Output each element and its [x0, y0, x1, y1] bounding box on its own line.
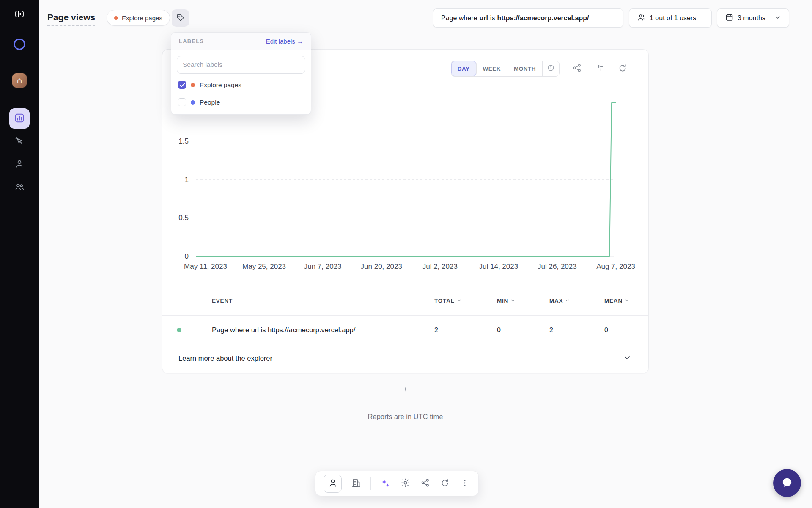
- refresh-button[interactable]: [439, 478, 450, 489]
- page-title: Page views: [47, 12, 95, 26]
- sidebar: ⌂: [0, 0, 39, 508]
- label-badge[interactable]: Explore pages: [107, 10, 170, 26]
- date-range-pill[interactable]: 3 months: [717, 8, 789, 28]
- edit-labels-link[interactable]: Edit labels →: [266, 38, 303, 45]
- header-mean[interactable]: MEAN: [587, 298, 648, 304]
- granularity-toggle: DAY WEEK MONTH: [451, 61, 560, 77]
- granularity-week-button[interactable]: WEEK: [477, 61, 508, 76]
- calendar-icon: [725, 13, 734, 23]
- table-header-row: EVENT TOTAL MIN MAX MEAN: [162, 286, 648, 316]
- svg-text:0: 0: [185, 252, 189, 260]
- share-button[interactable]: [420, 478, 431, 489]
- card-toolbar: DAY WEEK MONTH: [451, 61, 628, 77]
- sidebar-item-actions[interactable]: [11, 133, 28, 150]
- granularity-day-button[interactable]: DAY: [451, 61, 477, 76]
- learn-more-text: Learn more about the explorer: [178, 354, 272, 362]
- usage-ring[interactable]: [14, 39, 25, 50]
- svg-text:Jun 7, 2023: Jun 7, 2023: [304, 262, 342, 271]
- report-toolbar: [315, 471, 479, 496]
- people-group-icon: [14, 182, 25, 193]
- bar-chart-icon: [14, 113, 25, 125]
- sparkle-icon: [402, 385, 409, 395]
- header-max[interactable]: MAX: [532, 298, 587, 304]
- sort-chevron-icon: [625, 298, 629, 304]
- svg-text:Aug 7, 2023: Aug 7, 2023: [596, 262, 635, 271]
- labels-dropdown: LABELS Edit labels → Explore pages Peopl…: [171, 32, 311, 115]
- kebab-icon: [461, 479, 469, 489]
- labels-dropdown-title: LABELS: [179, 38, 204, 44]
- sidebar-collapse-button[interactable]: [13, 8, 26, 20]
- person-icon: [14, 159, 25, 170]
- svg-text:Jul 26, 2023: Jul 26, 2023: [538, 262, 577, 271]
- sort-chevron-icon: [510, 298, 515, 304]
- svg-text:1: 1: [185, 176, 189, 184]
- sidebar-collapse-icon: [14, 9, 25, 20]
- events-table: EVENT TOTAL MIN MAX MEAN Page where url …: [162, 286, 648, 345]
- sort-chevron-icon: [565, 298, 570, 304]
- filter-pill[interactable]: Page where url is https://acmecorp.verce…: [433, 8, 623, 28]
- event-mean: 0: [587, 326, 648, 334]
- gear-icon: [401, 478, 410, 489]
- label-option-text: People: [200, 99, 220, 106]
- label-color-dot: [191, 83, 195, 87]
- table-row[interactable]: Page where url is https://acmecorp.verce…: [162, 316, 648, 345]
- company-view-button[interactable]: [351, 478, 362, 489]
- utc-note: Reports are in UTC time: [162, 413, 649, 421]
- workspace-avatar[interactable]: ⌂: [12, 73, 27, 88]
- svg-text:May 11, 2023: May 11, 2023: [184, 262, 227, 271]
- more-options-button[interactable]: [459, 478, 470, 489]
- granularity-month-button[interactable]: MONTH: [508, 61, 543, 76]
- label-color-dot: [191, 100, 195, 105]
- header-event: EVENT: [203, 298, 417, 304]
- tag-icon: [176, 13, 185, 23]
- label-option-explore-pages[interactable]: Explore pages: [171, 76, 311, 94]
- sidebar-divider: [0, 102, 39, 102]
- event-name: Page where url is https://acmecorp.verce…: [203, 326, 417, 334]
- refresh-report-button[interactable]: [617, 63, 628, 74]
- label-search-input[interactable]: [177, 56, 305, 74]
- share-report-button[interactable]: [571, 63, 582, 74]
- learn-more-toggle[interactable]: Learn more about the explorer: [162, 344, 648, 373]
- chevron-down-icon: [774, 14, 781, 22]
- refresh-icon: [618, 64, 627, 74]
- sidebar-item-reports[interactable]: [9, 108, 30, 129]
- audience-pill[interactable]: 1 out of 1 users: [629, 8, 712, 28]
- checkbox-icon[interactable]: [178, 81, 186, 89]
- label-badge-text: Explore pages: [122, 14, 162, 22]
- refresh-icon: [440, 478, 450, 489]
- audience-text: 1 out of 1 users: [650, 14, 696, 22]
- filter-operator: is: [490, 14, 495, 22]
- date-range-text: 3 months: [738, 14, 765, 22]
- svg-text:0.5: 0.5: [178, 214, 189, 222]
- svg-text:1.5: 1.5: [178, 137, 189, 145]
- settings-button[interactable]: [400, 478, 411, 489]
- chat-launcher[interactable]: [773, 469, 801, 497]
- sidebar-item-companies[interactable]: [11, 179, 28, 196]
- label-color-dot: [114, 16, 118, 20]
- building-icon: [351, 478, 361, 489]
- header-total[interactable]: TOTAL: [417, 298, 480, 304]
- sort-chevron-icon: [457, 298, 461, 304]
- labels-dropdown-header: LABELS Edit labels →: [171, 33, 311, 50]
- person-icon: [328, 478, 338, 489]
- label-option-people[interactable]: People: [171, 94, 311, 111]
- sidebar-item-people[interactable]: [11, 156, 28, 173]
- labels-button[interactable]: [172, 9, 189, 27]
- users-icon: [637, 13, 646, 24]
- granularity-info-button[interactable]: [543, 61, 559, 76]
- house-icon: ⌂: [17, 76, 22, 85]
- slack-icon: [595, 64, 604, 74]
- user-view-button[interactable]: [324, 475, 342, 493]
- series-color-dot: [177, 328, 181, 332]
- sparkles-icon: [380, 478, 390, 489]
- ai-insights-button[interactable]: [380, 478, 391, 489]
- slack-share-button[interactable]: [594, 63, 605, 74]
- header-min[interactable]: MIN: [480, 298, 532, 304]
- event-min: 0: [480, 326, 532, 334]
- checkbox-icon[interactable]: [178, 98, 186, 106]
- filter-field: url: [479, 14, 488, 22]
- filter-value: https://acmecorp.vercel.app/: [497, 14, 589, 22]
- label-option-text: Explore pages: [200, 81, 241, 89]
- event-max: 2: [532, 326, 587, 334]
- event-total: 2: [417, 326, 480, 334]
